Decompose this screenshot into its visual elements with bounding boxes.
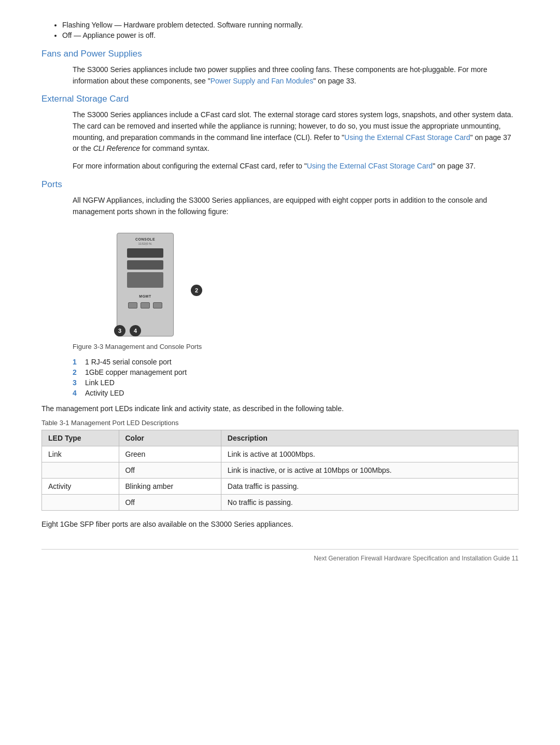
port-1 bbox=[128, 302, 137, 308]
fans-link[interactable]: Power Supply and Fan Modules bbox=[211, 77, 313, 85]
table-cell-color-4: Off bbox=[119, 495, 221, 511]
table-row: Activity Blinking amber Data traffic is … bbox=[42, 479, 519, 495]
numbered-list: 1 1 RJ-45 serial console port 2 1GbE cop… bbox=[73, 358, 519, 397]
num-4: 4 bbox=[73, 389, 81, 397]
table-cell-led-4 bbox=[42, 495, 119, 511]
ports-paragraph: All NGFW Appliances, including the S3000… bbox=[73, 195, 519, 217]
external-storage-heading: External Storage Card bbox=[41, 94, 519, 104]
bullet-item-1: Flashing Yellow — Hardware problem detec… bbox=[62, 21, 519, 29]
num-3: 3 bbox=[73, 378, 81, 387]
device-body: CONSOLE 11S2(0 N. MGMT bbox=[117, 233, 174, 336]
bullet-item-2: Off — Appliance power is off. bbox=[62, 31, 519, 39]
fans-heading: Fans and Power Supplies bbox=[41, 49, 519, 59]
table-cell-led-2 bbox=[42, 462, 119, 479]
table-cell-desc-3: Data traffic is passing. bbox=[221, 479, 518, 495]
table-cell-desc-2: Link is inactive, or is active at 10Mbps… bbox=[221, 462, 518, 479]
console-label: CONSOLE bbox=[135, 237, 155, 241]
device-slot-3 bbox=[127, 272, 163, 288]
table-cell-desc-1: Link is active at 1000Mbps. bbox=[221, 446, 518, 462]
led-paragraph: The management port LEDs indicate link a… bbox=[41, 404, 519, 413]
external-storage-para1: The S3000 Series appliances include a CF… bbox=[73, 109, 519, 154]
figure-container: 1 CONSOLE 11S2(0 N. MGMT 2 3 4 bbox=[73, 233, 218, 336]
external-storage-para2: For more information about configuring t… bbox=[73, 161, 519, 172]
external-storage-link2[interactable]: Using the External CFast Storage Card bbox=[307, 162, 433, 170]
fans-paragraph: The S3000 Series appliances include two … bbox=[73, 64, 519, 87]
table-header-description: Description bbox=[221, 430, 518, 446]
page-footer: Next Generation Firewall Hardware Specif… bbox=[41, 549, 519, 562]
numbered-item-3: 3 Link LED bbox=[73, 378, 519, 387]
figure-caption: Figure 3-3 Management and Console Ports bbox=[73, 343, 519, 350]
table-cell-color-2: Off bbox=[119, 462, 221, 479]
numbered-item-4: 4 Activity LED bbox=[73, 389, 519, 397]
mgmt-label: MGMT bbox=[139, 294, 151, 298]
num-2: 2 bbox=[73, 368, 81, 376]
callout-2: 2 bbox=[191, 285, 202, 296]
table-cell-color-1: Green bbox=[119, 446, 221, 462]
external-storage-body: The S3000 Series appliances include a CF… bbox=[73, 109, 519, 172]
ports-body: All NGFW Appliances, including the S3000… bbox=[73, 195, 519, 217]
external-storage-link1[interactable]: Using the External CFast Storage Card bbox=[344, 133, 470, 142]
num-text-1: 1 RJ-45 serial console port bbox=[85, 358, 172, 366]
port-2 bbox=[141, 302, 150, 308]
table-cell-desc-4: No traffic is passing. bbox=[221, 495, 518, 511]
port-3 bbox=[153, 302, 162, 308]
led-table: LED Type Color Description Link Green Li… bbox=[41, 430, 519, 511]
table-caption: Table 3-1 Management Port LED Descriptio… bbox=[41, 419, 519, 427]
num-text-3: Link LED bbox=[85, 378, 115, 387]
table-header-color: Color bbox=[119, 430, 221, 446]
num-text-4: Activity LED bbox=[85, 389, 124, 397]
table-cell-led-1: Link bbox=[42, 446, 119, 462]
cli-reference-italic: CLI Reference bbox=[93, 144, 140, 152]
table-row: Link Green Link is active at 1000Mbps. bbox=[42, 446, 519, 462]
table-row: Off Link is inactive, or is active at 10… bbox=[42, 462, 519, 479]
table-cell-led-3: Activity bbox=[42, 479, 119, 495]
device-illustration: 1 CONSOLE 11S2(0 N. MGMT 2 3 4 bbox=[88, 233, 202, 336]
device-ports bbox=[128, 302, 162, 308]
ports-heading: Ports bbox=[41, 179, 519, 190]
fans-body: The S3000 Series appliances include two … bbox=[73, 64, 519, 87]
table-header-led-type: LED Type bbox=[42, 430, 119, 446]
num-text-2: 1GbE copper management port bbox=[85, 368, 187, 376]
serial-label: 11S2(0 N. bbox=[138, 242, 152, 245]
top-bullet-list: Flashing Yellow — Hardware problem detec… bbox=[62, 21, 519, 39]
table-row: Off No traffic is passing. bbox=[42, 495, 519, 511]
num-1: 1 bbox=[73, 358, 81, 366]
footer-paragraph: Eight 1Gbe SFP fiber ports are also avai… bbox=[41, 520, 519, 528]
numbered-item-1: 1 1 RJ-45 serial console port bbox=[73, 358, 519, 366]
device-slot-1 bbox=[127, 248, 163, 258]
numbered-item-2: 2 1GbE copper management port bbox=[73, 368, 519, 376]
footer-text: Next Generation Firewall Hardware Specif… bbox=[314, 555, 519, 562]
table-cell-color-3: Blinking amber bbox=[119, 479, 221, 495]
device-slot-2 bbox=[127, 260, 163, 270]
